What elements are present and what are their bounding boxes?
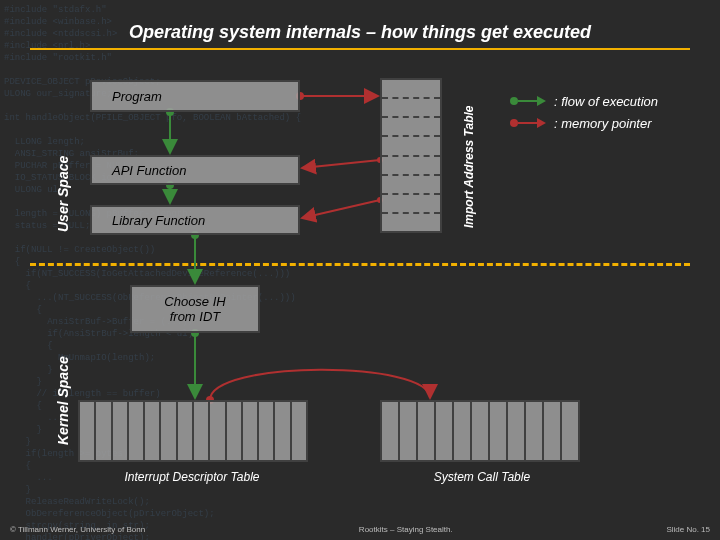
program-box: Program	[90, 80, 300, 112]
import-address-table	[380, 78, 442, 233]
system-call-table	[380, 400, 580, 462]
kernel-space-label: Kernel Space	[55, 356, 71, 445]
footer-title: Rootkits – Staying Stealth.	[359, 525, 453, 534]
title-underline	[30, 48, 690, 50]
iat-label: Import Address Table	[462, 106, 476, 228]
legend-flow-label: : flow of execution	[554, 94, 658, 109]
user-space-label: User Space	[55, 156, 71, 232]
choose-ih-box: Choose IH from IDT	[130, 285, 260, 333]
flow-arrow-icon	[510, 96, 546, 106]
sct-label: System Call Table	[392, 470, 572, 484]
footer-slide-number: Slide No. 15	[666, 525, 710, 534]
footer: © Tillmann Werner, University of Bonn Ro…	[10, 525, 710, 534]
slide-title: Operating system internals – how things …	[0, 22, 720, 43]
library-function-box: Library Function	[90, 205, 300, 235]
footer-copyright: © Tillmann Werner, University of Bonn	[10, 525, 145, 534]
legend: : flow of execution : memory pointer	[510, 90, 710, 134]
pointer-arrow-icon	[510, 118, 546, 128]
user-kernel-divider	[30, 263, 690, 266]
interrupt-descriptor-table	[78, 400, 308, 462]
api-function-box: API Function	[90, 155, 300, 185]
idt-label: Interrupt Descriptor Table	[92, 470, 292, 484]
legend-pointer-label: : memory pointer	[554, 116, 652, 131]
